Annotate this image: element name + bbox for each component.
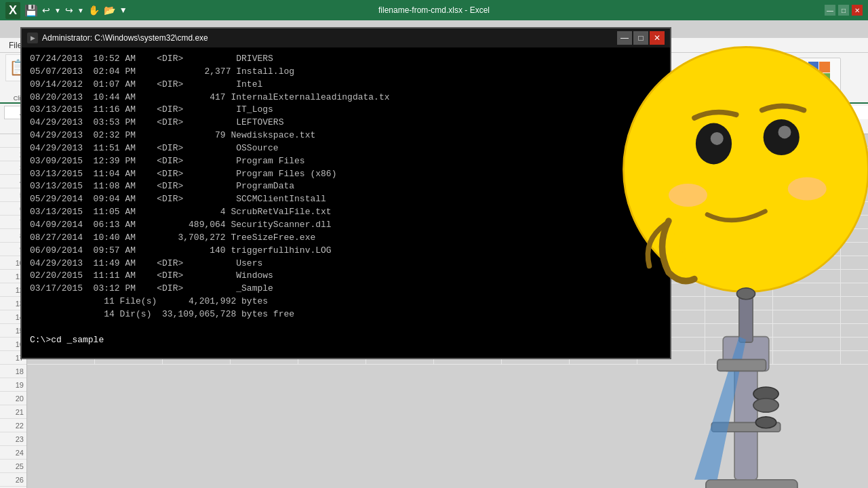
row-18: 18 xyxy=(0,365,26,378)
cmd-line-1: 05/07/2013 02:04 PM 2,377 Install.log xyxy=(30,66,662,79)
minimize-btn[interactable]: — xyxy=(825,5,835,16)
cmd-line-7: 04/29/2013 11:51 AM <DIR> OSSource xyxy=(30,142,662,155)
cmd-line-17: 02/20/2015 11:11 AM <DIR> Windows xyxy=(30,270,662,283)
cmd-titlebar: ▶ Administrator: C:\Windows\system32\cmd… xyxy=(22,28,670,47)
col-m[interactable]: M xyxy=(841,121,868,134)
cmd-line-15: 06/09/2014 09:57 AM 140 triggerfullhinv.… xyxy=(30,245,662,258)
cmd-line-16: 04/29/2013 11:49 AM <DIR> Users xyxy=(30,258,662,270)
cmd-line-8: 03/09/2015 12:39 PM <DIR> Program Files xyxy=(30,155,662,168)
cmd-line-2: 09/14/2012 01:07 AM <DIR> Intel xyxy=(30,79,662,92)
cmd-line-11: 05/29/2014 09:04 AM <DIR> SCCMClientInst… xyxy=(30,193,662,206)
cmd-line-10: 03/13/2015 11:08 AM <DIR> ProgramData xyxy=(30,180,662,193)
row-25: 25 xyxy=(0,460,26,473)
excel-titlebar: X 💾 ↩ ▼ ↪ ▼ ✋ 📂 ▼ filename-from-cmd.xlsx… xyxy=(0,0,868,20)
excel-icon: X xyxy=(5,2,20,19)
excel-title: filename-from-cmd.xlsx - Excel xyxy=(378,5,490,15)
quick-save-btn[interactable]: 💾 xyxy=(24,4,38,17)
undo-btn[interactable]: ↩ xyxy=(42,5,50,16)
cmd-close-btn[interactable]: ✕ xyxy=(650,31,665,45)
row-19: 19 xyxy=(0,378,26,392)
cmd-line-21 xyxy=(30,321,662,334)
col-l[interactable]: L xyxy=(773,121,841,134)
cell-k1[interactable] xyxy=(705,134,773,147)
cmd-line-5: 04/29/2013 03:53 PM <DIR> LEFTOVERS xyxy=(30,117,662,129)
cmd-line-18: 03/17/2015 03:12 PM <DIR> _Sample xyxy=(30,283,662,296)
cmd-window-controls: — □ ✕ xyxy=(617,31,665,45)
open-btn[interactable]: 📂 xyxy=(104,5,115,16)
row-23: 23 xyxy=(0,432,26,446)
cell-styles-label: CellStyles xyxy=(810,85,828,102)
cmd-line-6: 04/29/2013 02:32 PM 79 Newdiskspace.txt xyxy=(30,129,662,142)
cmd-line-23 xyxy=(30,346,662,358)
row-24: 24 xyxy=(0,446,26,460)
cmd-icon: ▶ xyxy=(27,33,38,43)
touch-btn[interactable]: ✋ xyxy=(88,5,100,16)
redo-dropdown[interactable]: ▼ xyxy=(77,7,84,14)
cmd-maximize-btn[interactable]: □ xyxy=(633,31,648,45)
close-btn[interactable]: ✕ xyxy=(852,5,863,16)
row-21: 21 xyxy=(0,405,26,419)
row-22: 22 xyxy=(0,419,26,432)
customize-btn[interactable]: ▼ xyxy=(119,5,127,15)
cmd-line-22: C:\>cd _sample xyxy=(30,334,662,347)
cmd-line-3: 08/20/2013 10:44 AM 417 InternalExternal… xyxy=(30,92,662,104)
col-k[interactable]: K xyxy=(705,121,773,134)
cmd-content: 07/24/2013 10:52 AM <DIR> DRIVERS05/07/2… xyxy=(22,47,670,358)
cmd-line-0: 07/24/2013 10:52 AM <DIR> DRIVERS xyxy=(30,53,662,66)
cmd-line-9: 03/13/2015 11:04 AM <DIR> Program Files … xyxy=(30,168,662,181)
cmd-line-20: 14 Dir(s) 33,109,065,728 bytes free xyxy=(30,308,662,321)
cmd-title: Administrator: C:\Windows\system32\cmd.e… xyxy=(42,33,613,43)
undo-dropdown[interactable]: ▼ xyxy=(54,7,61,14)
maximize-btn[interactable]: □ xyxy=(838,5,849,16)
cmd-line-19: 11 File(s) 4,201,992 bytes xyxy=(30,296,662,308)
window-controls: — □ ✕ xyxy=(825,5,863,16)
cell-m1[interactable] xyxy=(841,134,868,147)
row-26: 26 xyxy=(0,473,26,487)
cmd-line-12: 03/13/2015 11:05 AM 4 ScrubRetValFile.tx… xyxy=(30,206,662,219)
cell-l1[interactable] xyxy=(773,134,841,147)
cmd-minimize-btn[interactable]: — xyxy=(617,31,632,45)
cmd-line-13: 04/09/2014 06:13 AM 489,064 SecurityScan… xyxy=(30,219,662,232)
cmd-window[interactable]: ▶ Administrator: C:\Windows\system32\cmd… xyxy=(20,27,671,359)
redo-btn[interactable]: ↪ xyxy=(65,5,73,16)
cmd-line-4: 03/13/2015 11:16 AM <DIR> IT_Logs xyxy=(30,104,662,117)
cmd-line-14: 08/27/2014 10:40 AM 3,708,272 TreeSizeFr… xyxy=(30,232,662,245)
row-20: 20 xyxy=(0,392,26,405)
conditional-format-btn[interactable]: 📊 ConditionalFormatting xyxy=(735,58,769,98)
